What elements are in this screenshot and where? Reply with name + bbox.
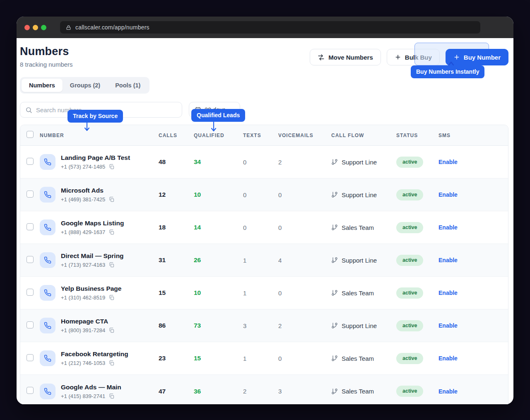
- call-flow-icon: [331, 322, 338, 329]
- call-flow-name: Support Line: [342, 322, 377, 329]
- qualified-value: 26: [194, 256, 243, 264]
- texts-value: 0: [243, 191, 278, 198]
- browser-chrome: callscaler.com/app/numbers: [17, 17, 513, 38]
- number-name: Landing Page A/B Test: [61, 154, 130, 162]
- column-header-texts: TEXTS: [243, 133, 278, 138]
- row-checkbox[interactable]: [26, 158, 34, 165]
- row-checkbox[interactable]: [26, 354, 34, 361]
- tab-groups[interactable]: Groups (2): [63, 79, 108, 92]
- status-badge: active: [396, 386, 423, 397]
- call-flow-name: Support Line: [342, 159, 377, 166]
- number-name: Microsoft Ads: [61, 187, 115, 194]
- call-flow-icon: [331, 191, 338, 198]
- call-flow-name: Sales Team: [342, 290, 374, 297]
- number-name: Facebook Retargeting: [61, 350, 128, 358]
- status-badge: active: [396, 222, 423, 233]
- qualified-value: 10: [194, 289, 243, 297]
- number-name: Homepage CTA: [61, 318, 115, 325]
- traffic-light-minimize[interactable]: [33, 25, 38, 30]
- column-header-voicemails: VOICEMAILS: [278, 133, 331, 138]
- call-flow-icon: [331, 257, 338, 263]
- qualified-value: 73: [194, 322, 243, 329]
- copy-icon[interactable]: [108, 262, 115, 268]
- buy-number-label: Buy Number: [464, 54, 501, 61]
- row-checkbox[interactable]: [26, 387, 34, 394]
- qualified-arrow-icon: [210, 121, 217, 134]
- traffic-light-close[interactable]: [24, 25, 30, 30]
- calls-value: 18: [159, 224, 194, 231]
- track-by-source-tooltip: Track by Source: [67, 110, 123, 123]
- sms-enable-link[interactable]: Enable: [438, 355, 458, 362]
- sms-enable-link[interactable]: Enable: [438, 257, 458, 263]
- select-all-checkbox[interactable]: [26, 131, 34, 138]
- row-checkbox[interactable]: [26, 256, 34, 263]
- status-badge: active: [396, 157, 423, 168]
- swap-arrows-icon: [318, 54, 325, 61]
- copy-icon[interactable]: [108, 327, 115, 333]
- copy-icon[interactable]: [108, 196, 115, 203]
- row-checkbox[interactable]: [26, 223, 34, 230]
- call-flow-icon: [331, 388, 338, 395]
- voicemails-value: 3: [278, 388, 331, 395]
- tab-pools[interactable]: Pools (1): [108, 79, 148, 92]
- move-numbers-button[interactable]: Move Numbers: [310, 49, 381, 65]
- page-subtitle: 8 tracking numbers: [20, 61, 73, 68]
- call-flow-icon: [331, 159, 338, 165]
- page-title: Numbers: [20, 45, 73, 58]
- row-checkbox[interactable]: [26, 321, 34, 328]
- texts-value: 0: [243, 159, 278, 166]
- copy-icon[interactable]: [108, 164, 115, 170]
- column-header-call-flow: CALL FLOW: [331, 133, 396, 138]
- copy-icon[interactable]: [108, 360, 115, 366]
- texts-value: 3: [243, 322, 278, 329]
- status-badge: active: [396, 287, 423, 299]
- sms-enable-link[interactable]: Enable: [438, 224, 458, 231]
- phone-icon: [40, 350, 55, 366]
- voicemails-value: 0: [278, 290, 331, 297]
- table-body: Landing Page A/B Test +1 (573) 274-1485 …: [20, 146, 508, 404]
- column-header-qualified: QUALIFIED: [194, 133, 243, 138]
- sms-enable-link[interactable]: Enable: [438, 322, 458, 329]
- address-bar[interactable]: callscaler.com/app/numbers: [60, 21, 480, 34]
- number-phone: +1 (573) 274-1485: [61, 164, 105, 170]
- qualified-value: 36: [194, 388, 243, 395]
- qualified-value: 14: [194, 224, 243, 231]
- number-phone: +1 (800) 391-7284: [61, 327, 105, 333]
- traffic-light-maximize[interactable]: [41, 25, 46, 30]
- row-checkbox[interactable]: [26, 289, 34, 296]
- copy-icon[interactable]: [108, 393, 115, 399]
- phone-icon: [40, 384, 55, 399]
- call-flow-name: Sales Team: [342, 224, 374, 231]
- table-row: Microsoft Ads +1 (469) 381-7425 12 10 0 …: [20, 179, 508, 211]
- call-flow-name: Sales Team: [342, 388, 374, 395]
- calls-value: 15: [159, 289, 194, 297]
- texts-value: 1: [243, 355, 278, 362]
- column-header-number: NUMBER: [40, 133, 159, 138]
- sms-enable-link[interactable]: Enable: [438, 159, 458, 165]
- column-header-calls: CALLS: [159, 133, 194, 138]
- sms-enable-link[interactable]: Enable: [438, 290, 458, 296]
- table-row: Direct Mail — Spring +1 (713) 927-4163 3…: [20, 244, 508, 277]
- table-row: Landing Page A/B Test +1 (573) 274-1485 …: [20, 146, 508, 179]
- status-badge: active: [396, 353, 423, 364]
- voicemails-value: 0: [278, 191, 331, 198]
- copy-icon[interactable]: [108, 294, 115, 301]
- number-phone: +1 (888) 429-1637: [61, 229, 105, 235]
- lock-icon: [66, 25, 71, 30]
- row-checkbox[interactable]: [26, 191, 34, 198]
- phone-icon: [40, 285, 55, 301]
- table-row: Google Ads — Main +1 (415) 839-2741 47 3…: [20, 375, 508, 404]
- sms-enable-link[interactable]: Enable: [438, 191, 458, 198]
- sms-enable-link[interactable]: Enable: [438, 388, 458, 395]
- move-numbers-label: Move Numbers: [328, 54, 373, 61]
- calls-value: 47: [159, 388, 194, 395]
- number-phone: +1 (415) 839-2741: [61, 393, 105, 399]
- tab-bar: Numbers Groups (2) Pools (1): [20, 77, 149, 94]
- calls-value: 23: [159, 355, 194, 362]
- plus-icon: [453, 54, 460, 60]
- phone-icon: [40, 220, 55, 235]
- column-header-sms: SMS: [438, 133, 508, 138]
- copy-icon[interactable]: [108, 229, 115, 235]
- tab-numbers[interactable]: Numbers: [22, 79, 63, 92]
- buy-number-button[interactable]: Buy Number: [446, 49, 508, 65]
